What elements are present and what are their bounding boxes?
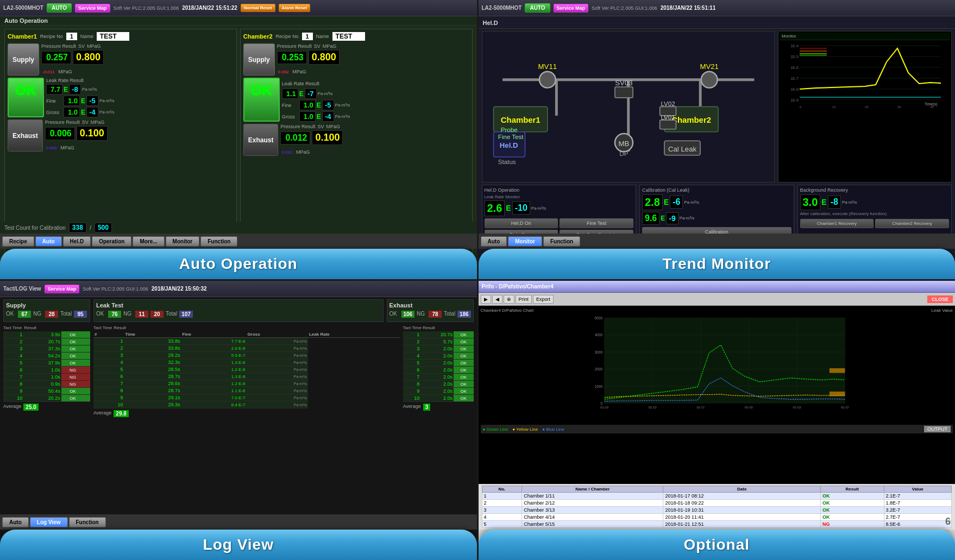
trend-nav-function[interactable]: Function xyxy=(543,236,580,247)
nav-more[interactable]: More... xyxy=(133,236,164,247)
chamber1-leak-e: E xyxy=(64,86,68,93)
nav-held[interactable]: Hel.D xyxy=(63,236,91,247)
svg-text:01-17: 01-17 xyxy=(696,406,705,409)
svg-text:LV01: LV01 xyxy=(661,114,675,121)
cal-sub-unit: Pa·m³/s xyxy=(680,216,695,221)
nav-monitor[interactable]: Monitor xyxy=(166,236,200,247)
chamber1-pressure-group: Pressure Result SV MPaG 0.257 0.800 -0.0… xyxy=(41,43,234,75)
chamber2-fine-label: Fine xyxy=(282,103,298,108)
chamber1-leak-exp: -8 xyxy=(69,84,81,95)
exhaust-log-row: 4 2.0s OK xyxy=(403,353,474,360)
opt-toolbar-btn-3[interactable]: ⊕ xyxy=(504,295,514,304)
log-nav-function[interactable]: Function xyxy=(69,517,106,527)
hel-d-on-btn[interactable]: Hel.D On xyxy=(485,218,558,228)
nav-recipe[interactable]: Recipe xyxy=(2,236,34,247)
chamber2-leak-section: OK Leak Rate Result 1.1 E -7 Pa·m³/s Fin xyxy=(243,78,469,122)
opt-output-btn[interactable]: OUTPUT xyxy=(924,426,951,432)
exhaust-log-row: 7 2.0s OK xyxy=(403,374,474,381)
fine-test-btn[interactable]: Fine Test xyxy=(560,218,633,228)
supply-log-row: 7 1.0s NG xyxy=(3,374,90,381)
chamber2-supply-btn[interactable]: Supply xyxy=(243,43,275,75)
auto-op-normal-btn[interactable]: Normal Reset xyxy=(241,4,275,12)
supply-row-ng xyxy=(84,367,90,374)
opt-row-result: OK xyxy=(820,514,884,521)
chamber2-exhaust-sv-label: SV xyxy=(317,124,324,129)
trend-auto-btn[interactable]: AUTO xyxy=(525,3,550,12)
auto-op-auto-btn[interactable]: AUTO xyxy=(47,3,72,12)
log-nav-auto[interactable]: Auto xyxy=(2,517,29,527)
chamber1-gross-unit: Pa·m³/s xyxy=(99,110,115,115)
chamber1-supply-unit: MPaG xyxy=(87,43,101,49)
leak-row-time: 28.7s xyxy=(124,373,181,380)
opt-row-no: 5 xyxy=(482,521,522,528)
svg-text:Chamber2: Chamber2 xyxy=(671,116,711,124)
bg-unit: Pa·m³/s xyxy=(842,200,857,205)
leak-ng-val: 11 xyxy=(135,311,148,318)
auto-op-soft-ver: Soft Ver PLC:2.005 GUI:1.006 xyxy=(114,5,179,11)
leak-row-unit: Pa·m³/s xyxy=(247,394,308,401)
chamber1-recovery-btn[interactable]: Chamber1 Recovery xyxy=(800,219,874,228)
trend-service-btn[interactable]: Service Map xyxy=(554,4,589,12)
trend-body: Chamber1 Chamber2 MV11 MV21 SV03 xyxy=(479,29,956,260)
trend-nav-monitor[interactable]: Monitor xyxy=(508,236,542,247)
chamber1-leak-gross-row: Gross 1.0 E -4 Pa·m³/s xyxy=(46,107,234,117)
log-service-btn[interactable]: Service Map xyxy=(45,285,80,293)
log-nav-logview[interactable]: Log View xyxy=(30,517,68,527)
leak-row-n: 1 xyxy=(93,338,124,345)
opt-col-no: No. xyxy=(482,486,522,493)
leak-row-n: 9 xyxy=(93,394,124,401)
chamber2-exhaust-unit2: MPaG xyxy=(296,149,310,155)
cal-val: 2.8 xyxy=(642,194,663,210)
svg-text:LV02: LV02 xyxy=(661,100,675,107)
opt-legend-green: ● Green Line xyxy=(483,427,508,432)
chamber1-exhaust-btn[interactable]: Exhaust xyxy=(8,119,43,152)
leak-log-row: 7 28.6s 1.2 E-6 Pa·m³/s xyxy=(93,380,400,387)
chamber2-exhaust-btn[interactable]: Exhaust xyxy=(243,124,279,156)
opt-toolbar-btn-1[interactable]: ▶ xyxy=(481,295,491,304)
auto-op-alarm-btn[interactable]: Alarm Reset xyxy=(279,4,311,12)
leak-col-n: # xyxy=(93,331,124,338)
leak-log-row: 2 33.8s 2.9 E-6 Pa·m³/s xyxy=(93,345,400,352)
svg-text:Chamber1: Chamber1 xyxy=(500,116,540,124)
exhaust-log-row: 9 2.0s OK xyxy=(403,388,474,395)
opt-window-title-bar: Prifo - D/Pafstivo/Chamber4 xyxy=(479,281,956,293)
cal-e: E xyxy=(664,198,669,206)
auto-op-service-btn[interactable]: Service Map xyxy=(75,4,110,12)
chamber2-leak-group: Leak Rate Result 1.1 E -7 Pa·m³/s Fine 1… xyxy=(282,78,469,122)
supply-row-ok: OK xyxy=(61,388,85,395)
chamber1-leak-unit: Pa·m³/s xyxy=(82,87,97,92)
bg-value-row: 3.0 E -8 Pa·m³/s xyxy=(800,194,950,210)
chamber2-gross-e: E xyxy=(317,113,321,121)
leak-avg-label: Average xyxy=(93,410,111,417)
leak-row-fine: 7.0 E-7 xyxy=(181,394,246,401)
svg-text:0: 0 xyxy=(600,401,602,405)
opt-row-value: 2.7E-7 xyxy=(884,514,951,521)
log-sys-name: Tact/LOG View xyxy=(3,286,41,292)
auto-op-header: LA2-5000MHOT AUTO Service Map Soft Ver P… xyxy=(0,0,477,16)
chamber1-supply-btn[interactable]: Supply xyxy=(8,43,39,75)
chamber1-gross-e: E xyxy=(81,109,85,116)
leak-row-unit: Pa·m³/s xyxy=(247,401,308,408)
chamber2-fine-val: 1.0 xyxy=(299,100,316,110)
opt-chart-info: Chamber4 D/Pafstivo Chart Leak Value xyxy=(481,308,953,313)
leak-row-n: 8 xyxy=(93,387,124,394)
chamber1-ok-btn[interactable]: OK xyxy=(8,78,44,117)
opt-table-row: 4 Chamber 4/14 2018-01-20 11:41 OK 2.7E-… xyxy=(482,514,952,521)
exhaust-ng-val: 78 xyxy=(429,311,442,318)
nav-auto[interactable]: Auto xyxy=(35,236,62,247)
chamber2-recovery-btn[interactable]: Chamber2 Recovery xyxy=(875,219,949,228)
svg-text:Time(s): Time(s) xyxy=(925,102,937,106)
svg-text:1000: 1000 xyxy=(594,385,602,388)
opt-toolbar-btn-4[interactable]: Print xyxy=(516,295,532,304)
trend-nav-auto[interactable]: Auto xyxy=(481,236,507,247)
leak-row-time: 33.8s xyxy=(124,338,181,345)
opt-toolbar-btn-2[interactable]: ◀ xyxy=(492,295,502,304)
cal-value-row: 2.8 E -6 Pa·m³/s xyxy=(642,194,791,210)
nav-function[interactable]: Function xyxy=(200,236,237,247)
leak-stats-title: Leak Test xyxy=(96,302,381,309)
opt-toolbar-btn-5[interactable]: Export xyxy=(533,295,554,304)
opt-row-result: OK xyxy=(820,507,884,514)
nav-operation[interactable]: Operation xyxy=(92,236,131,247)
chamber2-ok-btn[interactable]: OK xyxy=(243,78,280,122)
opt-close-btn[interactable]: CLOSE xyxy=(927,295,953,303)
